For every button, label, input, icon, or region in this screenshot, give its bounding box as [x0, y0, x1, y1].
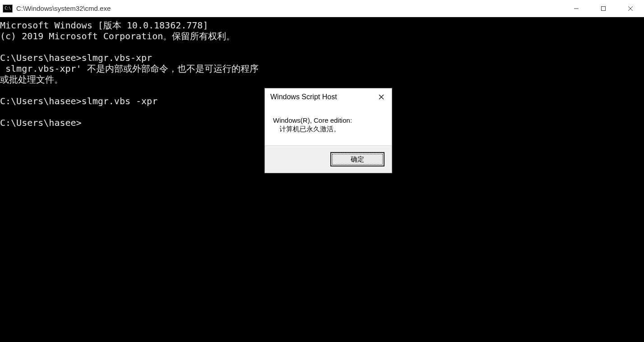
svg-rect-1 — [602, 6, 606, 10]
dialog-titlebar[interactable]: Windows Script Host — [265, 88, 392, 106]
dialog-footer: 确定 — [265, 145, 392, 173]
dialog-body: Windows(R), Core edition: 计算机已永久激活。 — [265, 106, 392, 145]
terminal-output[interactable]: Microsoft Windows [版本 10.0.18362.778](c)… — [0, 17, 644, 342]
cmd-icon — [3, 5, 13, 13]
dialog-close-button[interactable] — [371, 88, 392, 106]
terminal-line: C:\Users\hasee>slmgr.vbs-xpr — [0, 52, 644, 63]
close-icon — [379, 94, 384, 100]
titlebar[interactable]: C:\Windows\system32\cmd.exe — [0, 0, 644, 17]
dialog-message-line2: 计算机已永久激活。 — [273, 125, 384, 134]
minimize-button[interactable] — [563, 0, 590, 17]
terminal-line: slmgr.vbs-xpr' 不是内部或外部命令，也不是可运行的程序 — [0, 63, 644, 74]
terminal-line: Microsoft Windows [版本 10.0.18362.778] — [0, 20, 644, 31]
dialog-message-line1: Windows(R), Core edition: — [273, 116, 384, 124]
wsh-dialog: Windows Script Host Windows(R), Core edi… — [264, 88, 392, 173]
maximize-button[interactable] — [590, 0, 617, 17]
window-title: C:\Windows\system32\cmd.exe — [16, 5, 563, 12]
terminal-line — [0, 42, 644, 52]
close-button[interactable] — [617, 0, 644, 17]
dialog-title: Windows Script Host — [270, 93, 371, 101]
terminal-line: 或批处理文件。 — [0, 74, 644, 85]
window-controls — [563, 0, 644, 17]
ok-button[interactable]: 确定 — [330, 152, 385, 166]
terminal-line: (c) 2019 Microsoft Corporation。保留所有权利。 — [0, 31, 644, 42]
